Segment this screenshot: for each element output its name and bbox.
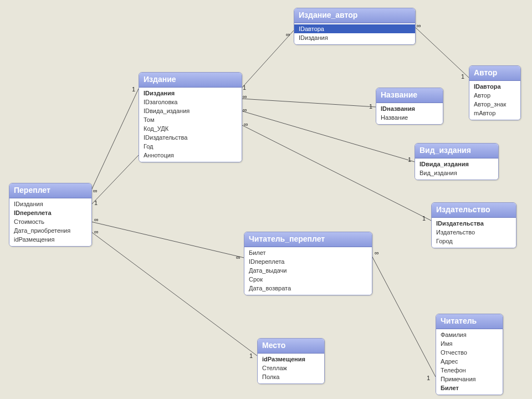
table-field[interactable]: Автор_знак — [469, 100, 520, 109]
table-fields: IDавтораАвторАвтор_знакmАвтор — [469, 81, 520, 120]
cardinality-label: ∞ — [243, 93, 247, 100]
table-field[interactable]: IDиздания — [139, 89, 242, 98]
table-field[interactable]: Имя — [436, 339, 503, 348]
table-fields: IDизданияIDзаголовкаIDвида_изданияТомКод… — [139, 88, 242, 162]
table-field[interactable]: IDиздательства — [139, 133, 242, 142]
svg-line-2 — [415, 27, 469, 78]
table-field[interactable]: idРазмещения — [258, 355, 324, 364]
table-fields: IDназванияНазвание — [376, 103, 443, 124]
cardinality-label: ∞ — [286, 31, 290, 38]
cardinality-label: 1 — [132, 86, 135, 93]
er-diagram-canvas: ПереплетIDизданияIDпереплетаСтоимостьДат… — [0, 0, 532, 399]
table-title: Название — [376, 88, 443, 103]
table-field[interactable]: IDавтора — [469, 82, 520, 91]
table-fields: IDавтораIDиздания — [294, 23, 415, 44]
table-field[interactable]: Дата_выдачи — [244, 266, 372, 275]
table-field[interactable]: Аннотоция — [139, 151, 242, 160]
table-title: Вид_издания — [415, 144, 498, 158]
table-vid_izdania[interactable]: Вид_изданияIDвида_изданияВид_издания — [415, 143, 499, 180]
svg-line-7 — [91, 222, 244, 258]
cardinality-label: 1 — [249, 352, 253, 359]
table-fields: IDвида_изданияВид_издания — [415, 158, 498, 180]
cardinality-label: 1 — [422, 215, 426, 222]
cardinality-label: ∞ — [375, 249, 379, 256]
cardinality-label: ∞ — [417, 22, 421, 29]
table-field[interactable]: Том — [139, 115, 242, 124]
table-title: Читатель_переплет — [244, 232, 372, 247]
table-field[interactable]: IDзаголовка — [139, 98, 242, 106]
table-chit_pereplet[interactable]: Читатель_переплетБилетIDпереплетаДата_вы… — [244, 232, 372, 295]
table-field[interactable]: Билет — [244, 248, 372, 257]
table-field[interactable]: Билет — [436, 383, 503, 392]
table-field[interactable]: Примечания — [436, 375, 503, 383]
cardinality-label: 1 — [94, 200, 98, 206]
cardinality-label: 1 — [461, 73, 464, 80]
table-field[interactable]: IDпереплета — [9, 208, 91, 217]
cardinality-label: ∞ — [94, 228, 99, 235]
svg-line-1 — [241, 30, 294, 89]
table-title: Автор — [469, 66, 520, 81]
table-fields: IDизданияIDпереплетаСтоимостьДата_приобр… — [9, 198, 91, 246]
table-field[interactable]: Фамилия — [436, 330, 503, 339]
table-field[interactable]: IDвида_издания — [139, 106, 242, 115]
table-title: Издательство — [432, 203, 516, 218]
table-title: Переплет — [9, 183, 91, 198]
table-izdanie_avtor[interactable]: Издание_авторIDавтораIDиздания — [294, 8, 416, 45]
table-field[interactable]: Телефон — [436, 366, 503, 375]
svg-line-6 — [91, 155, 139, 205]
cardinality-label: 1 — [427, 375, 430, 381]
table-izdatelstvo[interactable]: ИздательствоIDиздательстваИздательствоГо… — [431, 202, 516, 248]
table-nazvanie[interactable]: НазваниеIDназванияНазвание — [376, 88, 443, 125]
table-title: Читатель — [436, 314, 503, 329]
table-field[interactable]: IDиздания — [294, 33, 415, 42]
table-field[interactable]: IDавтора — [294, 24, 415, 33]
cardinality-label: 1 — [369, 103, 372, 110]
cardinality-label: ∞ — [244, 121, 248, 127]
table-fields: IDиздательстваИздательствоГород — [432, 218, 516, 248]
table-title: Издание_автор — [294, 8, 415, 23]
table-field[interactable]: Полка — [258, 372, 324, 381]
table-mesto[interactable]: МестоidРазмещенияСтеллажПолка — [257, 338, 325, 384]
table-field[interactable]: Издательство — [432, 228, 516, 237]
table-pereplet[interactable]: ПереплетIDизданияIDпереплетаСтоимостьДат… — [9, 183, 92, 247]
svg-line-3 — [241, 99, 376, 107]
table-field[interactable]: IDвида_издания — [415, 160, 498, 168]
table-field[interactable]: IDпереплета — [244, 257, 372, 266]
table-field[interactable]: Стеллаж — [258, 364, 324, 372]
svg-line-5 — [241, 125, 431, 221]
table-chitatel[interactable]: ЧитательФамилияИмяОтчествоАдресТелефонПр… — [436, 314, 503, 395]
cardinality-label: ∞ — [243, 106, 247, 113]
table-field[interactable]: Адрес — [436, 357, 503, 366]
cardinality-label: ∞ — [93, 187, 98, 194]
table-field[interactable]: Год — [139, 142, 242, 151]
cardinality-label: 1 — [243, 84, 246, 91]
table-field[interactable]: Дата_возврата — [244, 284, 372, 293]
table-field[interactable]: IDназвания — [376, 104, 443, 113]
cardinality-label: ∞ — [94, 216, 99, 223]
cardinality-label: 1 — [408, 156, 411, 163]
svg-line-8 — [91, 232, 257, 356]
table-title: Место — [258, 339, 324, 354]
table-field[interactable]: Отчество — [436, 348, 503, 357]
table-title: Издание — [139, 73, 242, 88]
table-field[interactable]: IDиздательства — [432, 219, 516, 228]
table-avtor[interactable]: АвторIDавтораАвторАвтор_знакmАвтор — [469, 65, 521, 120]
svg-line-9 — [371, 255, 436, 377]
table-fields: БилетIDпереплетаДата_выдачиСрокДата_возв… — [244, 247, 372, 295]
table-field[interactable]: Стоимость — [9, 217, 91, 226]
table-field[interactable]: IDиздания — [9, 200, 91, 208]
table-field[interactable]: Дата_приобретения — [9, 226, 91, 235]
table-field[interactable]: Город — [432, 237, 516, 245]
table-field[interactable]: Автор — [469, 91, 520, 100]
table-field[interactable]: Вид_издания — [415, 168, 498, 177]
table-fields: idРазмещенияСтеллажПолка — [258, 354, 324, 383]
table-field[interactable]: idРазмещения — [9, 235, 91, 244]
table-field[interactable]: mАвтор — [469, 109, 520, 117]
table-field[interactable]: Срок — [244, 275, 372, 284]
svg-line-0 — [91, 89, 139, 191]
table-izdanie[interactable]: ИзданиеIDизданияIDзаголовкаIDвида_издани… — [139, 72, 242, 162]
table-field[interactable]: Код_УДК — [139, 124, 242, 133]
table-fields: ФамилияИмяОтчествоАдресТелефонПримечания… — [436, 329, 503, 395]
cardinality-label: ∞ — [236, 254, 241, 260]
table-field[interactable]: Название — [376, 113, 443, 122]
